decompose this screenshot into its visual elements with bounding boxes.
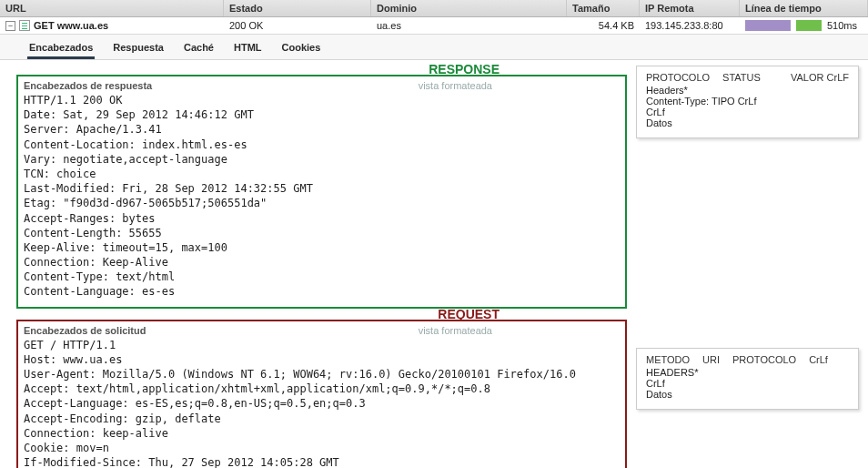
row-domain: ua.es: [371, 17, 567, 34]
row-url: www.ua.es: [57, 20, 108, 31]
request-panel-title: Encabezados de solicitud: [24, 325, 146, 336]
col-tamano[interactable]: Tamaño: [567, 0, 640, 16]
schema-metodo: METODO: [646, 354, 690, 365]
schema-uri: URI: [702, 354, 720, 365]
col-url[interactable]: URL: [0, 0, 224, 16]
tab-html[interactable]: HTML: [232, 38, 264, 59]
request-headers-text: GET / HTTP/1.1 Host: www.ua.es User-Agen…: [24, 338, 620, 468]
schema-crlf3: CrLf: [646, 378, 849, 389]
schema-protocolo: PROTOCOLO: [646, 72, 710, 83]
row-status: 200 OK: [224, 17, 371, 34]
tabs: Encabezados Respuesta Caché HTML Cookies: [0, 35, 868, 60]
page-icon: [19, 20, 30, 31]
response-headers-text: HTTP/1.1 200 OK Date: Sat, 29 Sep 2012 1…: [24, 93, 620, 300]
col-timeline[interactable]: Línea de tiempo: [740, 0, 868, 16]
timeline-segment-receive: [796, 20, 822, 31]
tab-cache[interactable]: Caché: [182, 38, 216, 59]
row-size: 54.4 KB: [567, 17, 640, 34]
view-formatted-link[interactable]: vista formateada: [419, 80, 492, 91]
schema-headers: Headers*: [646, 85, 849, 96]
row-ip: 193.145.233.8:80: [640, 17, 740, 34]
schema-datos: Datos: [646, 117, 849, 128]
tab-encabezados[interactable]: Encabezados: [27, 38, 95, 59]
row-time: 510ms: [827, 20, 857, 31]
schema-crlf: CrLf: [646, 107, 849, 117]
schema-headers2: HEADERS*: [646, 367, 849, 378]
tab-cookies[interactable]: Cookies: [280, 38, 323, 59]
col-ip[interactable]: IP Remota: [640, 0, 740, 16]
schema-valor: VALOR CrLF: [791, 72, 849, 83]
timeline-segment-wait: [745, 20, 791, 31]
tab-respuesta[interactable]: Respuesta: [111, 38, 166, 59]
schema-crlf2: CrLf: [809, 354, 828, 365]
schema-status: STATUS: [722, 72, 761, 83]
response-panel-title: Encabezados de respuesta: [24, 80, 152, 91]
schema-ct: Content-Type: TIPO CrLf: [646, 96, 849, 107]
schema-datos2: Datos: [646, 389, 849, 400]
response-panel: Encabezados de respuesta vista formatead…: [16, 75, 627, 309]
collapse-icon[interactable]: −: [5, 21, 15, 31]
col-estado[interactable]: Estado: [224, 0, 371, 16]
request-panel: Encabezados de solicitud vista formatead…: [16, 320, 627, 468]
view-formatted-link-req[interactable]: vista formateada: [419, 325, 492, 336]
columns-header: URL Estado Dominio Tamaño IP Remota Líne…: [0, 0, 868, 17]
request-schema-box: METODO URI PROTOCOLO CrLf HEADERS* CrLf …: [636, 348, 859, 410]
schema-protocolo2: PROTOCOLO: [732, 354, 796, 365]
response-schema-box: PROTOCOLO STATUS VALOR CrLF Headers* Con…: [636, 66, 859, 138]
col-dominio[interactable]: Dominio: [371, 0, 567, 16]
request-row[interactable]: − GET www.ua.es 200 OK ua.es 54.4 KB 193…: [0, 17, 868, 35]
row-method: GET: [34, 20, 55, 31]
